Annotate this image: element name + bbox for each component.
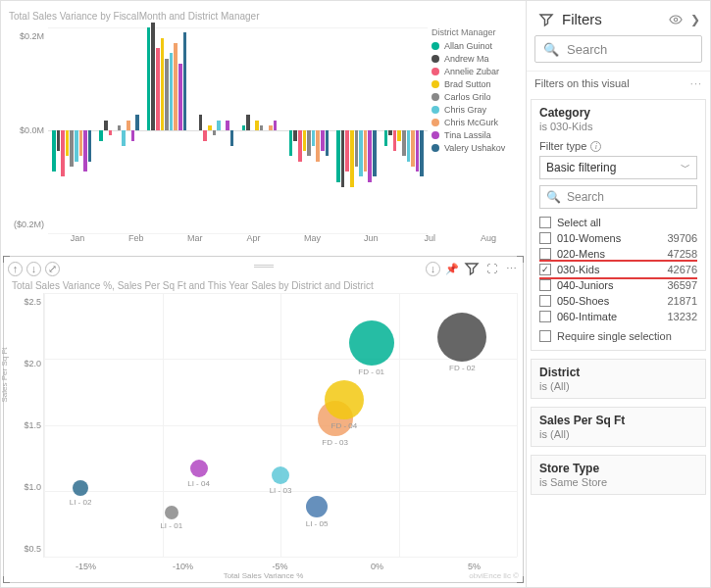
drag-grip-icon[interactable] xyxy=(254,265,274,268)
bubble[interactable] xyxy=(73,480,88,496)
bar[interactable] xyxy=(66,27,70,233)
bubble-chart-visual[interactable]: ↑ ↓ ⤢ ↓ 📌 ⛶ ⋯ Total Sales Variance %, Sa… xyxy=(3,256,524,583)
bar[interactable] xyxy=(156,27,160,233)
bar[interactable] xyxy=(199,27,203,233)
bar[interactable] xyxy=(61,27,65,233)
filter-card-sales-per-sqft[interactable]: Sales Per Sq Ft is (All) xyxy=(531,407,706,447)
checkbox[interactable] xyxy=(539,248,551,260)
info-icon[interactable]: i xyxy=(590,141,601,152)
filters-search-input[interactable]: 🔍 Search xyxy=(534,35,702,63)
legend-item[interactable]: Valery Ushakov xyxy=(432,143,518,153)
bar[interactable] xyxy=(208,27,212,233)
checkbox[interactable] xyxy=(539,279,551,291)
bar[interactable] xyxy=(113,27,117,233)
bar[interactable] xyxy=(298,27,302,233)
bar[interactable] xyxy=(242,27,246,233)
bar[interactable] xyxy=(388,27,392,233)
drill-up-icon[interactable]: ↑ xyxy=(8,262,23,276)
checkbox[interactable] xyxy=(539,217,551,228)
bar[interactable] xyxy=(336,27,340,233)
bar[interactable] xyxy=(269,27,273,233)
select-all-row[interactable]: Select all xyxy=(539,215,697,230)
bar[interactable] xyxy=(397,27,401,233)
bubble[interactable] xyxy=(325,380,364,419)
bar[interactable] xyxy=(88,27,92,233)
bar[interactable] xyxy=(83,27,87,233)
drill-down-icon[interactable]: ↓ xyxy=(26,262,41,276)
bar[interactable] xyxy=(364,27,368,233)
collapse-pane-icon[interactable]: ❯ xyxy=(690,13,700,26)
bar[interactable] xyxy=(260,27,264,233)
legend-item[interactable]: Carlos Grilo xyxy=(432,92,518,102)
bar[interactable] xyxy=(402,27,406,233)
focus-mode-icon[interactable]: ⛶ xyxy=(483,261,499,276)
bar[interactable] xyxy=(99,27,103,233)
bar[interactable] xyxy=(326,27,330,233)
bubble[interactable] xyxy=(349,320,394,366)
require-single-selection[interactable]: Require single selection xyxy=(539,330,697,342)
legend-item[interactable]: Allan Guinot xyxy=(432,41,518,51)
bar[interactable] xyxy=(251,27,255,233)
bar[interactable] xyxy=(170,27,174,233)
bar[interactable] xyxy=(341,27,345,233)
bar[interactable] xyxy=(213,27,217,233)
pin-icon[interactable]: 📌 xyxy=(444,261,460,276)
bubble[interactable] xyxy=(272,466,289,484)
bar[interactable] xyxy=(203,27,207,233)
bar[interactable] xyxy=(316,27,320,233)
bar[interactable] xyxy=(165,27,169,233)
bar[interactable] xyxy=(274,27,278,233)
bar[interactable] xyxy=(303,27,307,233)
category-search-input[interactable]: 🔍 Search xyxy=(539,185,697,209)
bar[interactable] xyxy=(104,27,108,233)
bar[interactable] xyxy=(226,27,229,233)
bar[interactable] xyxy=(70,27,74,233)
bar[interactable] xyxy=(194,27,198,233)
bar[interactable] xyxy=(278,27,281,233)
bar[interactable] xyxy=(135,27,139,233)
bar-chart-visual[interactable]: Total Sales Variance by FiscalMonth and … xyxy=(1,1,526,256)
category-option[interactable]: 050-Shoes21871 xyxy=(539,293,697,309)
filter-type-select[interactable]: Basic filtering ﹀ xyxy=(539,156,697,179)
legend-item[interactable]: Tina Lassila xyxy=(432,130,518,140)
bar[interactable] xyxy=(416,27,420,233)
bubble[interactable] xyxy=(190,460,208,477)
bar[interactable] xyxy=(373,27,377,233)
filter-icon[interactable] xyxy=(464,261,480,276)
bar[interactable] xyxy=(127,27,130,233)
bar[interactable] xyxy=(75,27,78,233)
bar[interactable] xyxy=(407,27,411,233)
category-option[interactable]: 020-Mens47258 xyxy=(539,246,697,262)
bar[interactable] xyxy=(151,27,155,233)
bar[interactable] xyxy=(52,27,56,233)
filter-card-store-type[interactable]: Store Type is Same Store xyxy=(531,455,706,495)
checkbox[interactable] xyxy=(539,330,551,342)
legend-item[interactable]: Annelie Zubar xyxy=(432,67,518,76)
bubble[interactable] xyxy=(165,506,178,519)
legend-item[interactable]: Brad Sutton xyxy=(432,79,518,89)
bar[interactable] xyxy=(147,27,151,233)
bar[interactable] xyxy=(345,27,349,233)
bar[interactable] xyxy=(183,27,187,233)
bar[interactable] xyxy=(174,27,178,233)
bar[interactable] xyxy=(222,27,226,233)
bar[interactable] xyxy=(384,27,388,233)
bar[interactable] xyxy=(289,27,293,233)
eye-icon[interactable] xyxy=(669,13,683,26)
checkbox[interactable]: ✓ xyxy=(539,264,551,275)
checkbox[interactable] xyxy=(539,295,551,307)
bar[interactable] xyxy=(359,27,363,233)
checkbox[interactable] xyxy=(539,311,551,322)
bar[interactable] xyxy=(246,27,250,233)
expand-all-icon[interactable]: ⤢ xyxy=(45,262,60,276)
bar[interactable] xyxy=(420,27,424,233)
category-option[interactable]: ✓030-Kids42676 xyxy=(539,262,697,277)
bubble[interactable] xyxy=(437,313,486,362)
bar[interactable] xyxy=(79,27,83,233)
bar[interactable] xyxy=(307,27,311,233)
bar[interactable] xyxy=(178,27,182,233)
bar[interactable] xyxy=(321,27,325,233)
category-option[interactable]: 060-Intimate13232 xyxy=(539,309,697,324)
legend-item[interactable]: Chris Gray xyxy=(432,105,518,115)
more-options-icon[interactable]: ⋯ xyxy=(503,261,519,276)
